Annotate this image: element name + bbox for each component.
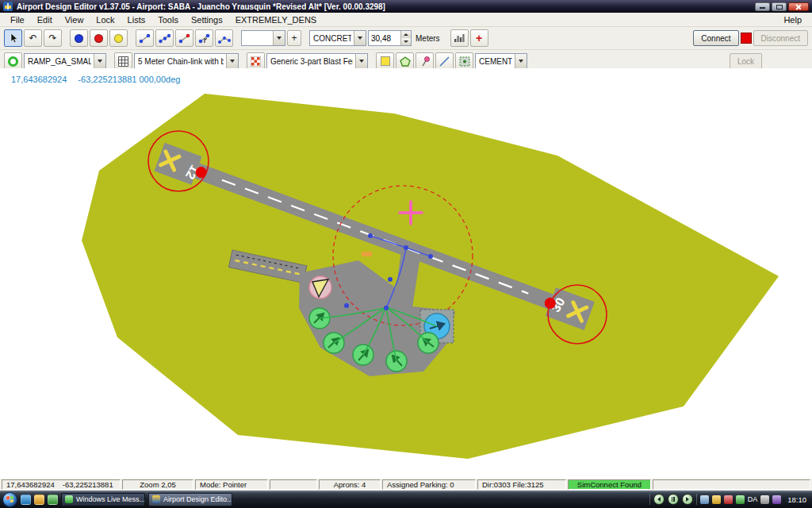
disconnect-button[interactable]: Disconnect: [753, 30, 808, 46]
menu-help[interactable]: Help: [778, 14, 807, 25]
tray-icon-messenger[interactable]: [736, 495, 745, 504]
apron-tool-button[interactable]: [376, 52, 394, 70]
start-position-icon: [8, 56, 18, 67]
status-mode-value: Mode: Pointer: [200, 480, 247, 489]
width-input[interactable]: [369, 31, 400, 45]
yellow-vertex-button[interactable]: [109, 29, 128, 47]
apron-surface-value: CEMENT: [479, 57, 512, 66]
width-spinner[interactable]: [400, 31, 411, 45]
draw-link-tool-button[interactable]: [136, 29, 154, 47]
tray-icon-volume[interactable]: [760, 495, 769, 504]
window-title: Airport Design Editor v1.37.05 - Airport…: [17, 2, 751, 11]
grid-button[interactable]: [114, 52, 132, 70]
tray-icon-display[interactable]: [772, 495, 781, 504]
width-stepper[interactable]: [368, 30, 412, 46]
spin-down-icon[interactable]: [401, 38, 411, 45]
start-button[interactable]: [2, 492, 17, 507]
split-link-tool-button[interactable]: [215, 29, 233, 47]
language-indicator[interactable]: DA: [748, 495, 758, 503]
fence-type-select[interactable]: 5 Meter Chain-link with be: [134, 53, 239, 69]
surface-value: CONCRETE: [313, 34, 351, 43]
lock-button[interactable]: Lock: [730, 53, 762, 69]
menu-tools[interactable]: Tools: [152, 14, 184, 25]
histogram-icon: [454, 33, 465, 43]
redo-icon: ↷: [48, 33, 56, 44]
split-link-icon: [218, 33, 231, 44]
connect-button[interactable]: Connect: [693, 30, 738, 46]
quick-launch-icon[interactable]: [48, 495, 58, 505]
plus-icon: +: [291, 33, 297, 44]
blast-fence-button[interactable]: [247, 52, 265, 70]
combo-arrow-icon: [226, 54, 238, 68]
checker-icon: [251, 56, 261, 67]
blast-fence-select[interactable]: Generic 3-part Blast Fence: [266, 53, 368, 69]
add-link-type-button[interactable]: +: [287, 30, 301, 46]
close-button[interactable]: [788, 2, 809, 11]
blast-fence-value: Generic 3-part Blast Fence: [270, 57, 353, 66]
polygon-tool-button[interactable]: [396, 52, 414, 70]
profile-editor-button[interactable]: [450, 29, 469, 47]
tray-icon-update[interactable]: [712, 495, 721, 504]
apron-surface-select[interactable]: CEMENT: [475, 53, 527, 69]
link-type-select[interactable]: [241, 30, 285, 46]
status-aprons: Aprons: 4: [319, 479, 381, 490]
previous-icon: [657, 497, 661, 502]
redo-button[interactable]: ↷: [44, 29, 62, 47]
texture-tool-button[interactable]: [455, 52, 473, 70]
coord-lat: 17,643682924: [11, 75, 67, 84]
add-item-button[interactable]: +: [470, 29, 488, 47]
ramp-type-select[interactable]: RAMP_GA_SMALL: [24, 53, 106, 69]
red-plus-icon: +: [476, 32, 482, 44]
combo-arrow-icon: [273, 31, 285, 45]
menu-file[interactable]: File: [5, 14, 30, 25]
spin-up-icon[interactable]: [401, 31, 411, 38]
windsock-marker[interactable]: [309, 276, 331, 298]
taskbar: Windows Live Mess... Airport Design Edit…: [0, 491, 812, 508]
menu-view[interactable]: View: [59, 14, 90, 25]
screen: Airport Design Editor v1.37.05 - Airport…: [0, 0, 812, 508]
quick-launch-icon[interactable]: [21, 495, 31, 505]
media-pause-button[interactable]: [668, 494, 679, 505]
pause-icon: [672, 497, 675, 502]
menu-bar: File Edit View Lock Lists Tools Settings…: [0, 13, 812, 27]
pointer-tool-button[interactable]: [4, 29, 22, 47]
start-position-button[interactable]: [4, 52, 22, 70]
quick-launch-icon[interactable]: [34, 495, 44, 505]
insert-vertex-tool-button[interactable]: [155, 29, 174, 47]
media-previous-button[interactable]: [653, 494, 665, 505]
ramp-type-value: RAMP_GA_SMALL: [28, 57, 91, 66]
airport-boundary-polygon[interactable]: [82, 94, 779, 459]
coord-lon-heading: -63,225213881 000,00deg: [78, 75, 180, 84]
menu-edit[interactable]: Edit: [32, 14, 58, 25]
menu-density[interactable]: EXTREMELY_DENS: [230, 14, 323, 25]
insert-vertex-icon: [159, 33, 171, 44]
taskbar-task-messenger[interactable]: Windows Live Mess...: [61, 493, 145, 506]
minimize-button[interactable]: [755, 2, 770, 11]
undo-button[interactable]: ↶: [24, 29, 42, 47]
connection-status-indicator: [741, 33, 752, 44]
surface-select[interactable]: CONCRETE: [309, 30, 366, 46]
taskbar-task-ade[interactable]: Airport Design Edito...: [148, 493, 232, 506]
grid-icon: [118, 56, 128, 67]
fuel-marker[interactable]: [362, 252, 372, 256]
red-vertex-button[interactable]: [90, 29, 108, 47]
status-simconnect-value: SimConnect Found: [577, 480, 642, 489]
menu-lock[interactable]: Lock: [90, 14, 120, 25]
maximize-button[interactable]: [772, 2, 787, 11]
move-vertex-tool-button[interactable]: [195, 29, 213, 47]
texture-icon: [459, 56, 470, 67]
pentagon-icon: [400, 56, 411, 67]
app-icon: [3, 2, 13, 11]
blue-vertex-button[interactable]: [70, 29, 88, 47]
tray-icon-security[interactable]: [724, 495, 733, 504]
tray-icon-network[interactable]: [700, 495, 709, 504]
menu-lists[interactable]: Lists: [122, 14, 151, 25]
map-canvas[interactable]: 17,643682924 -63,225213881 000,00deg: [0, 68, 812, 479]
yellow-vertex-icon: [114, 34, 123, 43]
append-link-tool-button[interactable]: [175, 29, 193, 47]
menu-settings[interactable]: Settings: [186, 14, 228, 25]
line-tool-button[interactable]: [435, 52, 454, 70]
media-next-button[interactable]: [682, 494, 693, 505]
pin-tool-button[interactable]: [416, 52, 434, 70]
taskbar-clock[interactable]: 18:10: [784, 495, 810, 504]
